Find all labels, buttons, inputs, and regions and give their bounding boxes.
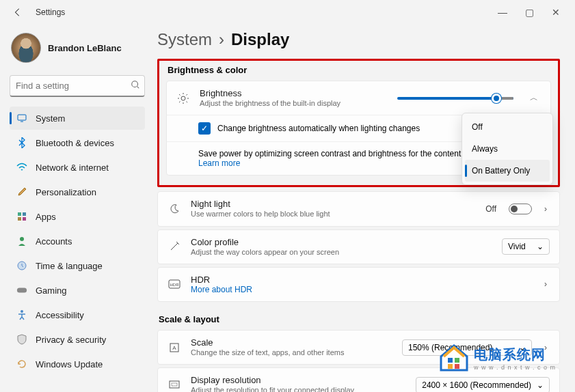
sidebar-item-gaming[interactable]: Gaming — [10, 279, 145, 302]
color-profile-icon — [168, 240, 181, 253]
clock-icon — [16, 260, 27, 271]
color-profile-row[interactable]: Color profile Adjust the way colors appe… — [158, 230, 559, 264]
dropdown-option-off[interactable]: Off — [465, 116, 550, 138]
watermark-cn: 电脑系统网 — [474, 346, 556, 364]
house-icon — [438, 344, 470, 372]
resolution-sub: Adjust the resolution to fit your connec… — [191, 385, 406, 392]
svg-text:HDR: HDR — [170, 283, 180, 287]
resolution-icon — [168, 378, 181, 392]
nav-label: Accessibility — [36, 310, 84, 320]
svg-line-19 — [179, 101, 180, 102]
night-light-icon — [168, 202, 181, 216]
chevron-down-icon: ⌄ — [537, 380, 544, 390]
svg-rect-25 — [170, 381, 179, 388]
nav-label: Accounts — [36, 236, 72, 247]
svg-rect-10 — [17, 288, 27, 292]
hdr-link[interactable]: More about HDR — [191, 285, 532, 294]
sidebar-item-accounts[interactable]: Accounts — [10, 229, 145, 253]
hdr-icon: HDR — [168, 277, 181, 291]
breadcrumb-parent[interactable]: System — [157, 30, 212, 49]
game-icon — [16, 285, 27, 296]
chevron-down-icon: ⌄ — [537, 242, 544, 251]
person-icon — [16, 236, 27, 247]
user-name: Brandon LeBlanc — [48, 43, 122, 53]
sidebar-item-personalization[interactable]: Personalization — [10, 180, 145, 204]
auto-brightness-checkbox[interactable]: ✓ — [198, 122, 211, 135]
breadcrumb-sep: › — [219, 30, 224, 49]
sidebar-item-time[interactable]: Time & language — [10, 254, 145, 277]
svg-line-20 — [187, 94, 188, 96]
svg-rect-6 — [18, 217, 21, 221]
minimize-button[interactable]: — — [498, 7, 507, 18]
user-profile[interactable]: Brandon LeBlanc — [10, 33, 145, 63]
auto-brightness-label: Change brightness automatically when lig… — [217, 124, 420, 133]
night-light-toggle[interactable] — [509, 204, 532, 214]
scale-sub: Change the size of text, apps, and other… — [191, 348, 392, 357]
svg-line-18 — [187, 101, 188, 102]
svg-rect-28 — [448, 358, 453, 363]
svg-point-0 — [132, 81, 138, 87]
dropdown-option-battery[interactable]: On Battery Only — [465, 160, 550, 182]
svg-point-12 — [181, 96, 185, 100]
color-profile-title: Color profile — [191, 237, 492, 247]
svg-point-11 — [21, 310, 23, 313]
color-profile-sub: Adjust the way colors appear on your scr… — [191, 247, 492, 257]
resolution-select[interactable]: 2400 × 1600 (Recommended)⌄ — [416, 377, 550, 392]
apps-icon — [16, 211, 27, 222]
nav-label: Apps — [36, 212, 56, 222]
scale-title: Scale — [191, 337, 392, 348]
hdr-row[interactable]: HDR HDR More about HDR › — [158, 268, 559, 301]
chevron-right-icon[interactable]: › — [541, 201, 550, 216]
search-field[interactable] — [16, 81, 131, 91]
svg-text:A: A — [172, 345, 176, 351]
section-scale-layout: Scale & layout — [159, 314, 560, 324]
window-title: Settings — [36, 8, 65, 17]
brightness-sub: Adjust the brightness of the built-in di… — [200, 98, 388, 108]
dropdown-option-always[interactable]: Always — [465, 138, 550, 160]
sidebar-item-privacy[interactable]: Privacy & security — [10, 328, 145, 351]
breadcrumb: System › Display — [157, 30, 560, 49]
resolution-title: Display resolution — [191, 375, 406, 385]
nav-label: Windows Update — [36, 359, 103, 369]
chevron-right-icon[interactable]: › — [541, 277, 550, 292]
wifi-icon — [16, 162, 27, 173]
nav-label: Network & internet — [36, 163, 109, 173]
search-input[interactable] — [10, 75, 145, 97]
nav-label: Gaming — [36, 285, 67, 296]
svg-rect-26 — [172, 383, 177, 386]
brush-icon — [16, 186, 27, 197]
nav: System Bluetooth & devices Network & int… — [10, 107, 145, 376]
update-icon — [16, 359, 27, 369]
svg-rect-4 — [18, 212, 21, 216]
sidebar-item-bluetooth[interactable]: Bluetooth & devices — [10, 131, 145, 154]
access-icon — [16, 309, 27, 320]
sidebar-item-system[interactable]: System — [10, 107, 145, 130]
brightness-icon — [176, 92, 190, 105]
night-light-row[interactable]: Night light Use warmer colors to help bl… — [158, 192, 559, 225]
brightness-title: Brightness — [200, 88, 388, 98]
learn-more-link[interactable]: Learn more — [198, 158, 240, 168]
watermark-url: w w w . d n x t w . c o m — [474, 364, 556, 371]
svg-rect-5 — [23, 212, 26, 216]
nav-label: Time & language — [36, 261, 103, 271]
sidebar-item-apps[interactable]: Apps — [10, 205, 145, 228]
svg-line-1 — [137, 86, 139, 88]
close-button[interactable]: ✕ — [552, 7, 560, 18]
brightness-slider[interactable] — [397, 97, 513, 100]
nav-label: Personalization — [36, 187, 96, 197]
nav-label: Privacy & security — [36, 335, 106, 345]
sidebar-item-network[interactable]: Network & internet — [10, 156, 145, 179]
hdr-title: HDR — [191, 275, 532, 285]
maximize-button[interactable]: ▢ — [525, 7, 534, 18]
svg-line-17 — [179, 94, 180, 96]
resolution-row[interactable]: Display resolution Adjust the resolution… — [158, 368, 559, 392]
back-button[interactable] — [5, 0, 30, 25]
search-icon — [131, 80, 140, 92]
svg-rect-30 — [448, 364, 453, 369]
highlighted-section: Brightness & color Brightness Adjust the… — [157, 59, 560, 187]
chevron-up-icon[interactable]: ︿ — [527, 89, 541, 107]
brightness-row[interactable]: Brightness Adjust the brightness of the … — [167, 81, 550, 115]
sidebar-item-accessibility[interactable]: Accessibility — [10, 303, 145, 326]
sidebar-item-update[interactable]: Windows Update — [10, 352, 145, 376]
color-profile-select[interactable]: Vivid⌄ — [502, 238, 550, 255]
